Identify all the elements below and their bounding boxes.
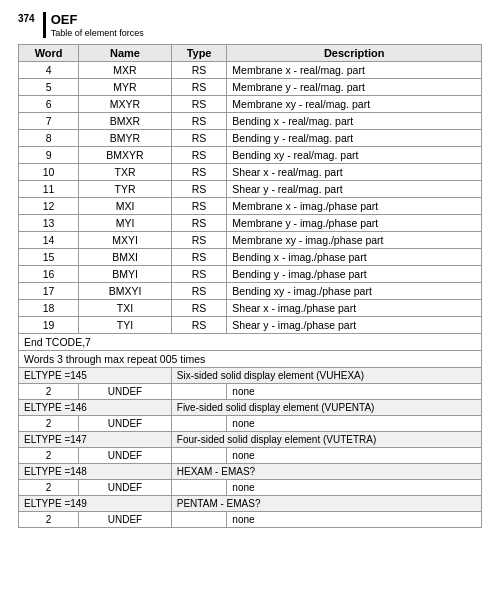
undef-desc: none: [227, 384, 482, 400]
table-header-row: Word Name Type Description: [19, 45, 482, 62]
undef-type: [171, 512, 227, 528]
cell-name: MXYR: [79, 96, 172, 113]
cell-desc: Membrane x - imag./phase part: [227, 198, 482, 215]
eltype-label: ELTYPE =145: [19, 368, 172, 384]
cell-type: RS: [171, 62, 227, 79]
cell-name: BMYR: [79, 130, 172, 147]
col-header-desc: Description: [227, 45, 482, 62]
undef-word: 2: [19, 384, 79, 400]
cell-name: TYI: [79, 317, 172, 334]
table-row: 15 BMXI RS Bending x - imag./phase part: [19, 249, 482, 266]
undef-type: [171, 416, 227, 432]
undef-desc: none: [227, 512, 482, 528]
cell-word: 12: [19, 198, 79, 215]
cell-word: 15: [19, 249, 79, 266]
cell-name: TXR: [79, 164, 172, 181]
undef-desc: none: [227, 448, 482, 464]
eltype-row: ELTYPE =145 Six-sided solid display elem…: [19, 368, 482, 384]
undef-desc: none: [227, 416, 482, 432]
cell-type: RS: [171, 283, 227, 300]
end-tcode-cell: End TCODE,7: [19, 334, 482, 351]
cell-word: 4: [19, 62, 79, 79]
cell-desc: Bending xy - imag./phase part: [227, 283, 482, 300]
cell-name: TXI: [79, 300, 172, 317]
undef-row: 2 UNDEF none: [19, 416, 482, 432]
eltype-label: ELTYPE =147: [19, 432, 172, 448]
page-header: 374 OEF Table of element forces: [18, 12, 482, 38]
eltype-row: ELTYPE =148 HEXAM - EMAS?: [19, 464, 482, 480]
main-table: Word Name Type Description 4 MXR RS Memb…: [18, 44, 482, 528]
undef-name: UNDEF: [79, 480, 172, 496]
words-repeat-cell: Words 3 through max repeat 005 times: [19, 351, 482, 368]
cell-type: RS: [171, 300, 227, 317]
cell-type: RS: [171, 266, 227, 283]
cell-name: BMXYR: [79, 147, 172, 164]
table-row: 18 TXI RS Shear x - imag./phase part: [19, 300, 482, 317]
page-number: 374: [18, 12, 35, 24]
table-row: 9 BMXYR RS Bending xy - real/mag. part: [19, 147, 482, 164]
col-header-word: Word: [19, 45, 79, 62]
cell-word: 13: [19, 215, 79, 232]
undef-row: 2 UNDEF none: [19, 384, 482, 400]
undef-row: 2 UNDEF none: [19, 512, 482, 528]
undef-word: 2: [19, 448, 79, 464]
cell-desc: Shear y - imag./phase part: [227, 317, 482, 334]
table-row: 5 MYR RS Membrane y - real/mag. part: [19, 79, 482, 96]
undef-word: 2: [19, 480, 79, 496]
undef-name: UNDEF: [79, 448, 172, 464]
undef-name: UNDEF: [79, 384, 172, 400]
cell-desc: Membrane xy - real/mag. part: [227, 96, 482, 113]
cell-desc: Shear x - real/mag. part: [227, 164, 482, 181]
cell-name: MYI: [79, 215, 172, 232]
cell-type: RS: [171, 317, 227, 334]
cell-word: 14: [19, 232, 79, 249]
cell-desc: Shear y - real/mag. part: [227, 181, 482, 198]
table-row: 11 TYR RS Shear y - real/mag. part: [19, 181, 482, 198]
eltype-desc: Five-sided solid display element (VUPENT…: [171, 400, 481, 416]
col-header-type: Type: [171, 45, 227, 62]
cell-type: RS: [171, 164, 227, 181]
cell-desc: Membrane y - real/mag. part: [227, 79, 482, 96]
cell-desc: Membrane x - real/mag. part: [227, 62, 482, 79]
eltype-label: ELTYPE =146: [19, 400, 172, 416]
table-row: 10 TXR RS Shear x - real/mag. part: [19, 164, 482, 181]
cell-word: 16: [19, 266, 79, 283]
cell-type: RS: [171, 232, 227, 249]
table-row: 12 MXI RS Membrane x - imag./phase part: [19, 198, 482, 215]
cell-desc: Membrane y - imag./phase part: [227, 215, 482, 232]
eltype-row: ELTYPE =149 PENTAM - EMAS?: [19, 496, 482, 512]
cell-word: 8: [19, 130, 79, 147]
undef-name: UNDEF: [79, 416, 172, 432]
table-row: 8 BMYR RS Bending y - real/mag. part: [19, 130, 482, 147]
eltype-row: ELTYPE =147 Four-sided solid display ele…: [19, 432, 482, 448]
table-row: 4 MXR RS Membrane x - real/mag. part: [19, 62, 482, 79]
cell-type: RS: [171, 215, 227, 232]
cell-type: RS: [171, 249, 227, 266]
cell-word: 6: [19, 96, 79, 113]
cell-type: RS: [171, 96, 227, 113]
cell-type: RS: [171, 79, 227, 96]
table-row: 7 BMXR RS Bending x - real/mag. part: [19, 113, 482, 130]
table-row: 13 MYI RS Membrane y - imag./phase part: [19, 215, 482, 232]
cell-name: MYR: [79, 79, 172, 96]
cell-desc: Bending x - real/mag. part: [227, 113, 482, 130]
page: 374 OEF Table of element forces Word Nam…: [0, 0, 500, 546]
cell-name: MXR: [79, 62, 172, 79]
cell-desc: Bending y - real/mag. part: [227, 130, 482, 147]
section-description: Table of element forces: [51, 28, 144, 39]
words-repeat-row: Words 3 through max repeat 005 times: [19, 351, 482, 368]
table-row: 14 MXYI RS Membrane xy - imag./phase par…: [19, 232, 482, 249]
cell-word: 5: [19, 79, 79, 96]
undef-word: 2: [19, 416, 79, 432]
cell-name: BMXI: [79, 249, 172, 266]
undef-row: 2 UNDEF none: [19, 448, 482, 464]
undef-row: 2 UNDEF none: [19, 480, 482, 496]
cell-name: BMXR: [79, 113, 172, 130]
cell-word: 18: [19, 300, 79, 317]
eltype-desc: Six-sided solid display element (VUHEXA): [171, 368, 481, 384]
section-title-block: OEF Table of element forces: [43, 12, 144, 38]
col-header-name: Name: [79, 45, 172, 62]
cell-desc: Bending x - imag./phase part: [227, 249, 482, 266]
cell-type: RS: [171, 181, 227, 198]
eltype-label: ELTYPE =148: [19, 464, 172, 480]
